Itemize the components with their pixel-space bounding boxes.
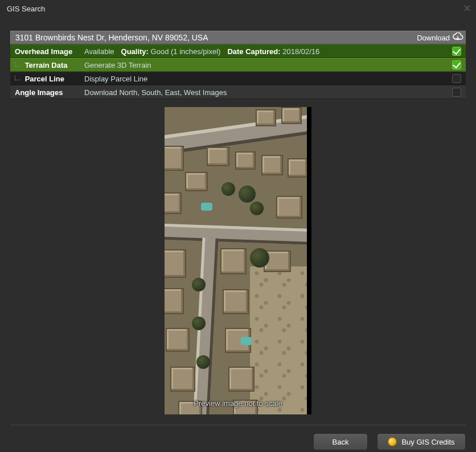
overhead-date-key: Date Captured: bbox=[227, 47, 280, 56]
overhead-quality-key: Quality: bbox=[121, 47, 149, 56]
back-button[interactable]: Back bbox=[313, 433, 368, 450]
close-icon[interactable]: ✕ bbox=[463, 3, 471, 14]
parcel-line-label: Parcel Line bbox=[15, 75, 84, 83]
tree-branch-icon bbox=[15, 76, 20, 80]
terrain-checkbox[interactable] bbox=[452, 60, 461, 69]
buy-gis-credits-button[interactable]: Buy GIS Credits bbox=[377, 433, 466, 450]
overhead-image-values: Available Quality: Good (1 inches/pixel)… bbox=[84, 47, 452, 56]
preview-caption: Preview image not to scale bbox=[165, 399, 311, 408]
overhead-image-row[interactable]: Overhead Image Available Quality: Good (… bbox=[10, 44, 466, 58]
preview-image: Preview image not to scale bbox=[165, 107, 311, 414]
download-link[interactable]: Download bbox=[417, 34, 450, 42]
angle-images-row[interactable]: Angle Images Download North, South, East… bbox=[10, 85, 466, 99]
terrain-data-action: Generate 3D Terrain bbox=[84, 61, 452, 69]
terrain-data-label: Terrain Data bbox=[15, 61, 84, 69]
angle-checkbox[interactable] bbox=[452, 88, 461, 97]
window-title: GIS Search bbox=[7, 5, 45, 13]
coin-icon bbox=[388, 437, 397, 446]
buy-gis-credits-label: Buy GIS Credits bbox=[401, 438, 454, 446]
parcel-checkbox[interactable] bbox=[452, 74, 461, 83]
parcel-line-row[interactable]: Parcel Line Display Parcel Line bbox=[10, 72, 466, 85]
overhead-image-label: Overhead Image bbox=[15, 47, 84, 56]
cloud-download-icon[interactable] bbox=[452, 32, 463, 43]
parcel-line-action: Display Parcel Line bbox=[84, 75, 452, 83]
angle-images-label: Angle Images bbox=[15, 88, 84, 97]
overhead-checkbox[interactable] bbox=[452, 47, 461, 56]
overhead-quality-val: Good (1 inches/pixel) bbox=[151, 47, 221, 56]
address-text: 3101 Brownbirds Nest Dr, Henderson, NV 8… bbox=[15, 33, 417, 42]
angle-images-action: Download North, South, East, West Images bbox=[84, 88, 452, 97]
address-bar: 3101 Brownbirds Nest Dr, Henderson, NV 8… bbox=[10, 31, 466, 44]
overhead-status: Available bbox=[84, 47, 114, 56]
tree-branch-icon bbox=[15, 62, 20, 67]
terrain-data-row[interactable]: Terrain Data Generate 3D Terrain bbox=[10, 58, 466, 72]
overhead-date-val: 2018/02/16 bbox=[282, 47, 319, 56]
